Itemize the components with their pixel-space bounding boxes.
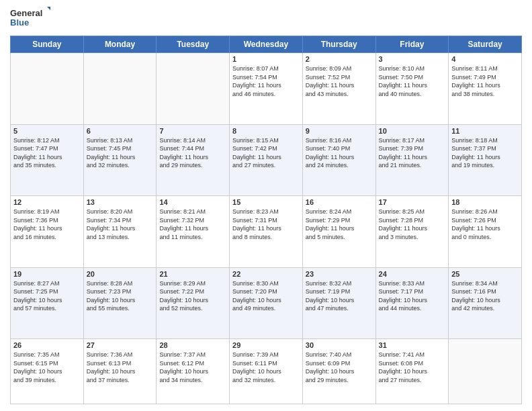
day-number: 12 xyxy=(13,198,81,206)
day-info: Sunrise: 8:11 AM Sunset: 7:49 PM Dayligh… xyxy=(451,64,519,98)
day-info: Sunrise: 8:30 AM Sunset: 7:20 PM Dayligh… xyxy=(232,279,300,313)
day-header-tuesday: Tuesday xyxy=(157,36,230,53)
day-info: Sunrise: 8:10 AM Sunset: 7:50 PM Dayligh… xyxy=(379,64,446,98)
day-info: Sunrise: 8:28 AM Sunset: 7:23 PM Dayligh… xyxy=(87,279,154,313)
day-info: Sunrise: 8:09 AM Sunset: 7:52 PM Dayligh… xyxy=(306,64,373,98)
day-header-thursday: Thursday xyxy=(302,36,375,53)
calendar-day-17: 17Sunrise: 8:25 AM Sunset: 7:28 PM Dayli… xyxy=(375,196,449,268)
day-number: 3 xyxy=(379,55,446,63)
calendar-day-27: 27Sunrise: 7:36 AM Sunset: 6:13 PM Dayli… xyxy=(83,339,157,404)
calendar-day-14: 14Sunrise: 8:21 AM Sunset: 7:32 PM Dayli… xyxy=(157,196,230,268)
day-info: Sunrise: 8:33 AM Sunset: 7:17 PM Dayligh… xyxy=(379,279,446,313)
day-info: Sunrise: 8:17 AM Sunset: 7:39 PM Dayligh… xyxy=(379,136,446,170)
day-number: 9 xyxy=(306,127,373,135)
day-number: 21 xyxy=(159,270,226,278)
day-number: 15 xyxy=(232,198,300,206)
calendar-day-11: 11Sunrise: 8:18 AM Sunset: 7:37 PM Dayli… xyxy=(449,124,522,196)
day-info: Sunrise: 8:34 AM Sunset: 7:16 PM Dayligh… xyxy=(451,279,519,313)
day-info: Sunrise: 7:40 AM Sunset: 6:09 PM Dayligh… xyxy=(306,351,373,384)
calendar-day-1: 1Sunrise: 8:07 AM Sunset: 7:54 PM Daylig… xyxy=(230,53,303,125)
day-info: Sunrise: 8:29 AM Sunset: 7:22 PM Dayligh… xyxy=(159,279,226,313)
day-number: 18 xyxy=(451,198,519,206)
day-info: Sunrise: 8:26 AM Sunset: 7:26 PM Dayligh… xyxy=(451,208,519,241)
day-info: Sunrise: 7:41 AM Sunset: 6:08 PM Dayligh… xyxy=(379,351,446,384)
calendar-header-row: SundayMondayTuesdayWednesdayThursdayFrid… xyxy=(11,36,522,53)
day-number: 24 xyxy=(379,270,446,278)
day-info: Sunrise: 8:24 AM Sunset: 7:29 PM Dayligh… xyxy=(306,208,373,241)
svg-marker-2 xyxy=(47,7,50,13)
logo: General Blue xyxy=(10,7,50,30)
day-number: 17 xyxy=(379,198,446,206)
day-number: 4 xyxy=(451,55,519,63)
calendar-day-18: 18Sunrise: 8:26 AM Sunset: 7:26 PM Dayli… xyxy=(449,196,522,268)
calendar-day-31: 31Sunrise: 7:41 AM Sunset: 6:08 PM Dayli… xyxy=(375,339,449,404)
day-number: 20 xyxy=(87,270,154,278)
day-header-saturday: Saturday xyxy=(449,36,522,53)
day-number: 7 xyxy=(159,127,226,135)
day-info: Sunrise: 7:35 AM Sunset: 6:15 PM Dayligh… xyxy=(13,351,81,384)
day-number: 28 xyxy=(159,341,226,349)
day-info: Sunrise: 8:23 AM Sunset: 7:31 PM Dayligh… xyxy=(232,208,300,241)
calendar-week-row: 5Sunrise: 8:12 AM Sunset: 7:47 PM Daylig… xyxy=(11,124,522,196)
day-number: 31 xyxy=(379,341,446,349)
day-header-sunday: Sunday xyxy=(11,36,84,53)
logo-svg: General Blue xyxy=(10,7,50,30)
calendar-day-5: 5Sunrise: 8:12 AM Sunset: 7:47 PM Daylig… xyxy=(11,124,84,196)
calendar-day-30: 30Sunrise: 7:40 AM Sunset: 6:09 PM Dayli… xyxy=(302,339,375,404)
calendar-day-16: 16Sunrise: 8:24 AM Sunset: 7:29 PM Dayli… xyxy=(302,196,375,268)
calendar-day-empty xyxy=(83,53,157,125)
day-number: 10 xyxy=(379,127,446,135)
calendar-day-24: 24Sunrise: 8:33 AM Sunset: 7:17 PM Dayli… xyxy=(375,267,449,339)
calendar: SundayMondayTuesdayWednesdayThursdayFrid… xyxy=(10,36,522,404)
calendar-day-12: 12Sunrise: 8:19 AM Sunset: 7:36 PM Dayli… xyxy=(11,196,84,268)
day-number: 25 xyxy=(451,270,519,278)
calendar-day-empty xyxy=(449,339,522,404)
day-number: 23 xyxy=(306,270,373,278)
day-info: Sunrise: 7:39 AM Sunset: 6:11 PM Dayligh… xyxy=(232,351,300,384)
day-info: Sunrise: 8:32 AM Sunset: 7:19 PM Dayligh… xyxy=(306,279,373,313)
day-info: Sunrise: 8:25 AM Sunset: 7:28 PM Dayligh… xyxy=(379,208,446,241)
day-info: Sunrise: 8:18 AM Sunset: 7:37 PM Dayligh… xyxy=(451,136,519,170)
day-number: 29 xyxy=(232,341,300,349)
day-info: Sunrise: 8:14 AM Sunset: 7:44 PM Dayligh… xyxy=(159,136,226,170)
calendar-day-28: 28Sunrise: 7:37 AM Sunset: 6:12 PM Dayli… xyxy=(157,339,230,404)
svg-text:General: General xyxy=(10,8,42,18)
calendar-day-19: 19Sunrise: 8:27 AM Sunset: 7:25 PM Dayli… xyxy=(11,267,84,339)
calendar-day-25: 25Sunrise: 8:34 AM Sunset: 7:16 PM Dayli… xyxy=(449,267,522,339)
day-number: 22 xyxy=(232,270,300,278)
calendar-day-2: 2Sunrise: 8:09 AM Sunset: 7:52 PM Daylig… xyxy=(302,53,375,125)
calendar-day-8: 8Sunrise: 8:15 AM Sunset: 7:42 PM Daylig… xyxy=(230,124,303,196)
day-header-monday: Monday xyxy=(83,36,157,53)
day-info: Sunrise: 8:15 AM Sunset: 7:42 PM Dayligh… xyxy=(232,136,300,170)
day-number: 11 xyxy=(451,127,519,135)
calendar-day-4: 4Sunrise: 8:11 AM Sunset: 7:49 PM Daylig… xyxy=(449,53,522,125)
day-number: 8 xyxy=(232,127,300,135)
day-info: Sunrise: 8:27 AM Sunset: 7:25 PM Dayligh… xyxy=(13,279,81,313)
day-number: 30 xyxy=(306,341,373,349)
day-number: 6 xyxy=(87,127,154,135)
calendar-week-row: 26Sunrise: 7:35 AM Sunset: 6:15 PM Dayli… xyxy=(11,339,522,404)
calendar-week-row: 19Sunrise: 8:27 AM Sunset: 7:25 PM Dayli… xyxy=(11,267,522,339)
calendar-week-row: 12Sunrise: 8:19 AM Sunset: 7:36 PM Dayli… xyxy=(11,196,522,268)
day-info: Sunrise: 8:07 AM Sunset: 7:54 PM Dayligh… xyxy=(232,64,300,98)
calendar-day-empty xyxy=(157,53,230,125)
day-header-friday: Friday xyxy=(375,36,449,53)
day-header-wednesday: Wednesday xyxy=(230,36,303,53)
calendar-day-22: 22Sunrise: 8:30 AM Sunset: 7:20 PM Dayli… xyxy=(230,267,303,339)
day-info: Sunrise: 8:16 AM Sunset: 7:40 PM Dayligh… xyxy=(306,136,373,170)
calendar-day-13: 13Sunrise: 8:20 AM Sunset: 7:34 PM Dayli… xyxy=(83,196,157,268)
calendar-day-6: 6Sunrise: 8:13 AM Sunset: 7:45 PM Daylig… xyxy=(83,124,157,196)
calendar-week-row: 1Sunrise: 8:07 AM Sunset: 7:54 PM Daylig… xyxy=(11,53,522,125)
day-number: 14 xyxy=(159,198,226,206)
calendar-day-7: 7Sunrise: 8:14 AM Sunset: 7:44 PM Daylig… xyxy=(157,124,230,196)
day-number: 27 xyxy=(87,341,154,349)
calendar-day-10: 10Sunrise: 8:17 AM Sunset: 7:39 PM Dayli… xyxy=(375,124,449,196)
calendar-day-empty xyxy=(11,53,84,125)
day-number: 26 xyxy=(13,341,81,349)
calendar-day-15: 15Sunrise: 8:23 AM Sunset: 7:31 PM Dayli… xyxy=(230,196,303,268)
calendar-day-26: 26Sunrise: 7:35 AM Sunset: 6:15 PM Dayli… xyxy=(11,339,84,404)
day-info: Sunrise: 8:21 AM Sunset: 7:32 PM Dayligh… xyxy=(159,208,226,241)
svg-text:Blue: Blue xyxy=(10,17,29,28)
day-info: Sunrise: 7:36 AM Sunset: 6:13 PM Dayligh… xyxy=(87,351,154,384)
day-number: 16 xyxy=(306,198,373,206)
